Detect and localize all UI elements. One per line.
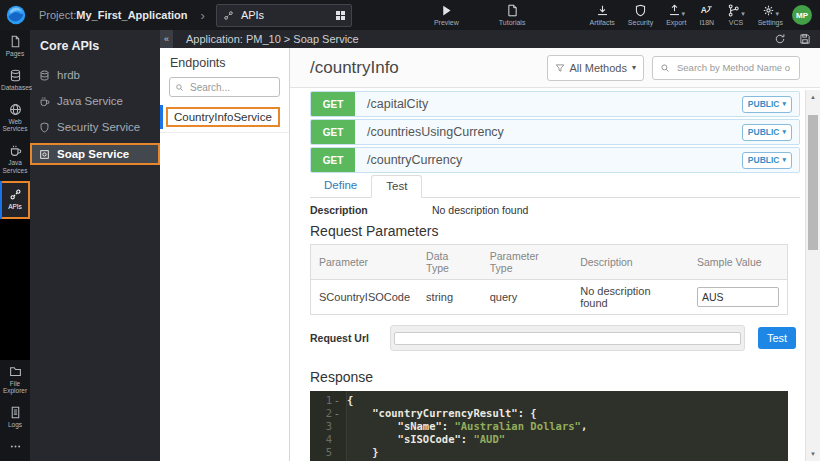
core-api-item-java-service[interactable]: Java Service [30,88,160,114]
scroll-up-arrow[interactable]: ▲ [806,91,820,103]
rail-bottom-group: File ExplorerLogs [0,360,30,461]
line-number: 4 [310,433,332,446]
fold-marker[interactable]: - [332,394,342,407]
action-label: VCS [729,19,743,26]
cell-data_type: string [418,280,482,315]
preview-button[interactable]: Preview [434,4,459,26]
artifacts-button[interactable]: Artifacts [590,4,615,26]
fold-marker [332,433,342,446]
tab-define[interactable]: Define [310,175,371,197]
vcs-icon [727,4,740,17]
access-dropdown[interactable]: PUBLIC▾ [742,124,792,141]
scroll-down-arrow[interactable]: ▼ [806,448,820,460]
chevron-right-icon: › [201,8,205,23]
access-dropdown[interactable]: PUBLIC▾ [742,152,792,169]
action-label: Security [628,19,653,26]
code-segment: "sName": [347,420,454,432]
chevron-down-icon: ▾ [782,100,786,108]
top-bar: Project:My_First_Application › APIs Prev… [0,0,820,30]
endpoint-service-item[interactable]: CountryInfoService [160,106,289,133]
grid-icon[interactable] [336,11,345,20]
endpoint-row[interactable]: GET/countriesUsingCurrencyPUBLIC▾ [310,119,800,145]
api-icon [9,188,22,201]
application-header: « Application: PM_10 > Soap Service [160,30,820,48]
gear-icon [762,4,775,17]
user-avatar[interactable]: MP [792,5,812,25]
search-icon [660,63,670,73]
access-dropdown[interactable]: PUBLIC▾ [742,96,792,113]
security-button[interactable]: Security [628,4,653,26]
method-search-input[interactable] [675,61,792,74]
application-breadcrumb: Application: PM_10 > Soap Service [186,33,359,45]
download-icon [596,4,609,17]
endpoint-row[interactable]: GET/capitalCityPUBLIC▾ [310,91,800,117]
shield-icon [39,122,50,133]
endpoints-search-input[interactable] [188,81,274,94]
endpoint-path: /countriesUsingCurrency [367,125,742,139]
collapse-panel-button[interactable]: « [160,30,173,48]
vcs-button[interactable]: ▾VCS [727,4,745,26]
code-line: 3 "sName": "Australian Dollars", [310,420,788,433]
save-icon[interactable] [799,33,811,45]
db-icon [9,69,22,82]
rail-item-file-explorer[interactable]: File Explorer [0,360,30,402]
cell-parameter_type: query [482,280,572,315]
rail-item-logs[interactable]: Logs [0,401,30,435]
code-segment: { [347,394,353,406]
test-button[interactable]: Test [758,327,796,349]
endpoints-title: Endpoints [160,48,289,77]
line-number: 5 [310,446,332,459]
dots-icon [9,440,22,453]
column-header: Data Type [418,245,482,280]
rail-item-databases[interactable]: Databases [0,64,30,98]
core-api-item-security-service[interactable]: Security Service [30,114,160,140]
settings-button[interactable]: ▾Settings [758,4,783,26]
i18n-icon: A [700,4,713,17]
line-number: 1 [310,394,332,407]
line-number: 2 [310,407,332,420]
wavemaker-logo-icon [5,4,27,26]
scrollbar-thumb[interactable] [808,115,818,250]
core-apis-list: hrdbJava ServiceSecurity ServiceSoap Ser… [30,62,160,165]
code-segment: "countryCurrencyResult": { [347,407,537,419]
method-badge[interactable]: GET [311,92,355,116]
search-icon [175,83,184,92]
request-url-input[interactable] [394,332,741,345]
core-api-item-soap-service[interactable]: Soap Service [30,143,160,165]
rail-item-more[interactable] [0,435,30,461]
endpoint-row[interactable]: GET/countryCurrencyPUBLIC▾ [310,147,800,173]
code-segment: "Australian Dollars" [454,420,580,432]
refresh-icon[interactable] [774,33,786,45]
method-badge[interactable]: GET [311,148,355,172]
method-search[interactable] [652,56,800,80]
action-label: I18N [699,19,714,26]
tab-test[interactable]: Test [371,175,422,198]
fold-marker[interactable]: - [332,407,342,420]
code-text: "sISOCode": "AUD" [347,433,505,446]
request-url-row: Request Url Test [310,325,800,351]
rail-item-web-services[interactable]: Web Services [0,98,30,140]
core-apis-panel: Core APIs hrdbJava ServiceSecurity Servi… [30,30,160,461]
endpoints-search[interactable] [169,77,280,97]
rail-item-java-services[interactable]: Java Services [0,139,30,181]
method-badge[interactable]: GET [311,120,355,144]
app-selector[interactable]: APIs [216,4,352,27]
vertical-scrollbar[interactable]: ▲ ▼ [805,90,820,461]
description-row: Description No description found [310,204,805,216]
code-segment: "sISOCode": [347,433,473,445]
rail-item-apis[interactable]: APIs [0,181,30,219]
core-api-item-hrdb[interactable]: hrdb [30,62,160,88]
tutorials-button[interactable]: Tutorials [499,4,526,26]
response-editor[interactable]: 1-{2- "countryCurrencyResult": {3 "sName… [310,391,788,461]
i18n-button[interactable]: AI18N [699,4,714,26]
export-button[interactable]: ▾Export [666,4,686,26]
chevron-down-icon: ▾ [741,10,745,17]
sample-value-input[interactable] [697,287,779,307]
response-title: Response [310,369,805,385]
methods-filter-dropdown[interactable]: All Methods ▾ [547,55,645,81]
tab-bar: DefineTest [310,175,800,198]
main-panel: /countryInfo All Methods ▾ GET/capitalCi… [290,48,820,461]
doc-icon [9,406,22,419]
rail-item-pages[interactable]: Pages [0,30,30,64]
request-parameters-title: Request Parameters [310,223,805,239]
